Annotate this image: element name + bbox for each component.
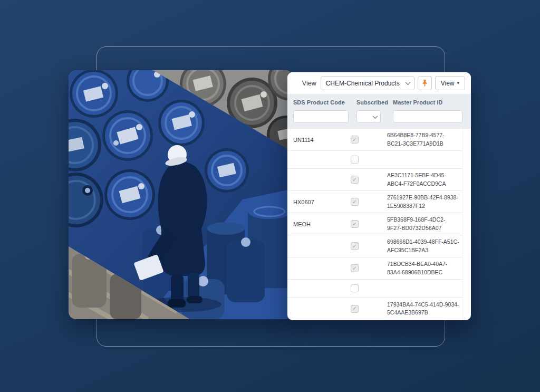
subscribed-cell: ✓ xyxy=(351,220,387,228)
filter-select-subscribed[interactable] xyxy=(356,110,381,123)
app-background: View CHEM-Chemical Products View ▾ SDS P… xyxy=(0,0,540,392)
column-header-subscribed: Subscribed xyxy=(356,99,393,106)
filter-input-sds-product-code[interactable] xyxy=(293,110,349,123)
table-row[interactable]: UN1114 ✓ 6B64B8E8-77B9-4577-BC21-3C3E771… xyxy=(287,129,462,151)
subscribed-checkbox[interactable]: ✓ xyxy=(351,220,359,228)
table-row[interactable]: ✓ AE3C1171-5EBF-4D45-ABC4-F72F0ACCD9CA xyxy=(287,169,462,191)
subscribed-cell: ✓ xyxy=(351,264,387,272)
view-select[interactable]: CHEM-Chemical Products xyxy=(321,76,414,90)
view-menu-button[interactable]: View ▾ xyxy=(435,76,465,90)
column-header-sds-product-code: SDS Product Code xyxy=(293,99,356,106)
grid-body: UN1114 ✓ 6B64B8E8-77B9-4577-BC21-3C3E771… xyxy=(287,129,471,320)
product-table-body: UN1114 ✓ 6B64B8E8-77B9-4577-BC21-3C3E771… xyxy=(287,129,463,320)
view-menu-label: View xyxy=(441,80,455,87)
sds-product-code-cell: UN1114 xyxy=(287,137,351,143)
chevron-down-icon xyxy=(405,80,410,85)
grid-header: SDS Product Code Subscribed Master Produ… xyxy=(287,94,471,129)
table-row[interactable] xyxy=(287,151,462,169)
subscribed-checkbox[interactable]: ✓ xyxy=(351,242,359,250)
master-product-id-cell: 6B64B8E8-77B9-4577-BC21-3C3E771A9D1B xyxy=(387,131,462,147)
subscribed-checkbox[interactable] xyxy=(351,156,359,164)
subscribed-checkbox[interactable]: ✓ xyxy=(351,264,359,272)
sds-product-code-cell: MEOH xyxy=(287,221,351,227)
master-product-id-cell: 5FB358F9-168F-4DC2-9F27-BD0732D56A07 xyxy=(387,216,462,232)
subscribed-cell: ✓ xyxy=(351,136,387,144)
master-product-id-cell: 17934BA4-74C5-414D-9034-5C4AAE3B697B xyxy=(387,301,462,317)
pin-view-button[interactable] xyxy=(418,76,432,90)
table-row[interactable]: ✓ 17934BA4-74C5-414D-9034-5C4AAE3B697B xyxy=(287,298,462,320)
view-label: View xyxy=(302,80,316,87)
filter-input-master-product-id[interactable] xyxy=(393,110,462,123)
sds-product-code-cell: HX0607 xyxy=(287,199,351,205)
chemical-drums-photo xyxy=(69,70,293,319)
subscribed-cell: ✓ xyxy=(351,176,387,184)
table-row[interactable]: HX0607 ✓ 2761927E-90BB-42F4-8938-1E59083… xyxy=(287,191,462,213)
subscribed-checkbox[interactable] xyxy=(351,284,359,292)
chevron-down-icon xyxy=(373,113,378,119)
master-product-id-cell: 71BDCB34-BEA0-40A7-83A4-68906B10DBEC xyxy=(387,260,462,276)
master-product-id-cell: 698666D1-4039-48FF-A51C-AFC95C1BF2A3 xyxy=(387,238,462,254)
table-row[interactable]: MEOH ✓ 5FB358F9-168F-4DC2-9F27-BD0732D56… xyxy=(287,213,462,235)
pushpin-icon xyxy=(421,79,429,87)
grid-toolbar: View CHEM-Chemical Products View ▾ xyxy=(287,72,471,94)
caret-down-icon: ▾ xyxy=(457,81,459,85)
column-header-master-product-id: Master Product ID xyxy=(393,99,465,106)
view-select-value: CHEM-Chemical Products xyxy=(326,80,400,87)
subscribed-cell: ✓ xyxy=(351,198,387,206)
product-grid-panel: View CHEM-Chemical Products View ▾ SDS P… xyxy=(287,72,471,320)
subscribed-cell: ✓ xyxy=(351,305,387,313)
subscribed-checkbox[interactable]: ✓ xyxy=(351,305,359,313)
table-row[interactable]: ✓ 698666D1-4039-48FF-A51C-AFC95C1BF2A3 xyxy=(287,235,462,257)
subscribed-cell xyxy=(351,284,387,292)
master-product-id-cell: AE3C1171-5EBF-4D45-ABC4-F72F0ACCD9CA xyxy=(387,171,462,187)
subscribed-cell xyxy=(351,156,387,164)
table-row[interactable]: ✓ 71BDCB34-BEA0-40A7-83A4-68906B10DBEC xyxy=(287,257,462,280)
subscribed-cell: ✓ xyxy=(351,242,387,250)
subscribed-checkbox[interactable]: ✓ xyxy=(351,198,359,206)
subscribed-checkbox[interactable]: ✓ xyxy=(351,176,359,184)
filter-row xyxy=(293,110,465,123)
subscribed-checkbox[interactable]: ✓ xyxy=(351,136,359,144)
table-row[interactable] xyxy=(287,280,462,298)
master-product-id-cell: 2761927E-90BB-42F4-8938-1E5908387F12 xyxy=(387,194,462,209)
